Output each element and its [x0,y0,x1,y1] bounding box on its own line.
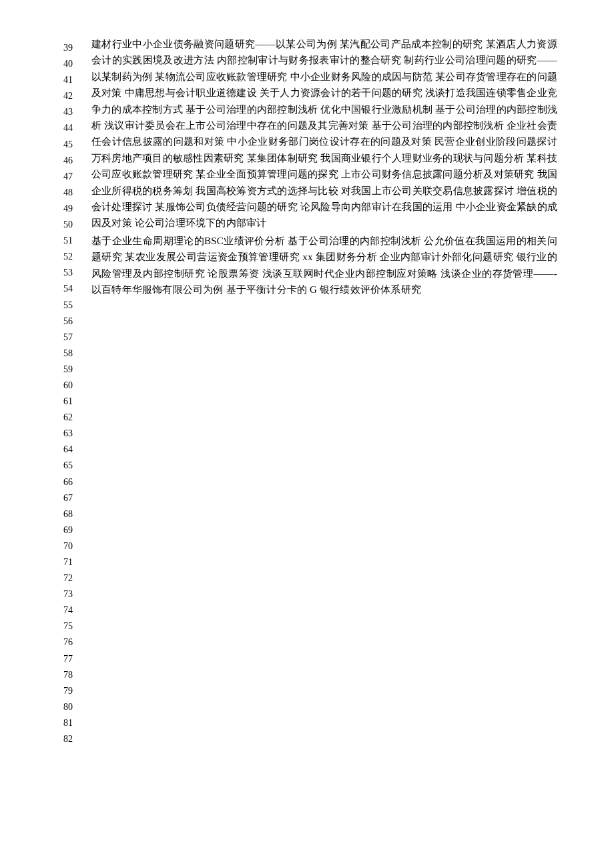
line-number-gutter: 3940414243444546474849505152535455565758… [63,36,83,747]
line-number: 47 [63,169,83,185]
paragraph-1: 建材行业中小企业债务融资问题研究――以某公司为例 某汽配公司产品成本控制的研究 … [91,36,557,232]
line-number: 71 [63,554,83,570]
line-number: 75 [63,618,83,634]
line-number: 81 [63,715,83,731]
line-number: 40 [63,56,83,72]
line-number: 52 [63,249,83,265]
line-number: 45 [63,137,83,153]
line-number: 70 [63,538,83,554]
document-page: 3940414243444546474849505152535455565758… [0,0,614,747]
line-number: 56 [63,314,83,330]
line-number: 74 [63,602,83,618]
line-number: 42 [63,88,83,104]
line-number: 76 [63,634,83,650]
line-number: 72 [63,570,83,586]
line-number: 61 [63,394,83,410]
paragraph-2: 基于企业生命周期理论的BSC业绩评价分析 基于公司治理的内部控制浅析 公允价值在… [91,233,557,298]
line-number: 43 [63,104,83,120]
line-number: 58 [63,346,83,362]
line-number: 44 [63,120,83,136]
line-number: 51 [63,233,83,249]
line-number: 59 [63,362,83,378]
line-number: 73 [63,586,83,602]
line-number: 39 [63,40,83,56]
line-number: 55 [63,298,83,314]
line-number: 80 [63,699,83,715]
line-number: 57 [63,330,83,346]
line-number: 60 [63,378,83,394]
line-number: 67 [63,490,83,506]
line-number: 63 [63,426,83,442]
line-number: 69 [63,522,83,538]
line-number: 65 [63,458,83,474]
line-number: 78 [63,667,83,683]
line-number: 79 [63,683,83,699]
line-number: 64 [63,442,83,458]
line-number: 48 [63,185,83,201]
line-number: 62 [63,410,83,426]
line-number: 68 [63,506,83,522]
line-number: 82 [63,731,83,747]
line-number: 41 [63,72,83,88]
document-content: 建材行业中小企业债务融资问题研究――以某公司为例 某汽配公司产品成本控制的研究 … [83,36,557,747]
line-number: 50 [63,217,83,233]
line-number: 53 [63,265,83,281]
line-number: 77 [63,651,83,667]
line-number: 46 [63,153,83,169]
line-number: 66 [63,474,83,490]
line-number: 49 [63,201,83,217]
line-number: 54 [63,281,83,297]
